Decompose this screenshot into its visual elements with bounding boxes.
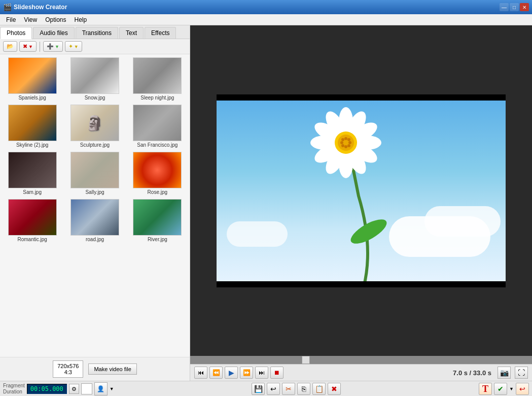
current-time: 7.0 s	[453, 369, 468, 377]
add-button[interactable]: ➕ ▼	[43, 41, 63, 52]
photo-label: San Francisco.jpg	[137, 142, 178, 148]
tab-photos[interactable]: Photos	[0, 27, 32, 39]
minimize-button[interactable]: —	[500, 3, 509, 11]
list-item[interactable]: Rose.jpg	[128, 152, 187, 195]
list-item[interactable]: road.jpg	[65, 199, 124, 242]
menu-options[interactable]: Options	[41, 15, 70, 24]
delete-icon: ✖	[23, 43, 27, 50]
list-item[interactable]: River.jpg	[128, 199, 187, 242]
stop-button[interactable]: ⏹	[270, 367, 283, 379]
play-button[interactable]: ▶	[225, 367, 238, 379]
copy-button[interactable]: ⎘	[297, 383, 310, 395]
photo-label: Skyline (2).jpg	[16, 142, 48, 148]
svg-rect-24	[217, 281, 506, 287]
photo-thumbnail	[70, 199, 119, 236]
photo-thumbnail	[133, 199, 182, 236]
svg-point-22	[347, 144, 350, 147]
list-item[interactable]: Sam.jpg	[3, 152, 61, 195]
reject-button[interactable]: ↩	[516, 383, 529, 395]
effects-icon: ✦	[68, 43, 73, 50]
photo-thumbnail	[8, 199, 57, 236]
maximize-button[interactable]: □	[510, 3, 519, 11]
folder-open-icon: 📂	[7, 43, 14, 50]
fragment-adjust-button[interactable]: ⚙	[69, 384, 79, 394]
tab-effects[interactable]: Effects	[145, 27, 176, 39]
undo-button[interactable]: ↩	[267, 383, 280, 395]
list-item[interactable]: San Francisco.jpg	[128, 105, 187, 148]
screenshot-button[interactable]: 📷	[498, 367, 511, 379]
photo-label: Sleep night.jpg	[140, 95, 174, 101]
skip-to-start-button[interactable]: ⏮	[194, 367, 207, 379]
delete-dropdown-icon: ▼	[28, 44, 33, 49]
fragment-checkbox[interactable]	[81, 383, 92, 394]
photo-thumbnail	[8, 152, 57, 188]
photo-thumbnail	[133, 105, 182, 141]
photo-label: River.jpg	[148, 237, 167, 242]
make-video-button[interactable]: Make video file	[88, 364, 136, 375]
playback-controls: ⏮ ⏪ ▶ ⏩ ⏭ ⏹ 7.0 s / 33.0 s 📷 ⛶	[190, 364, 532, 381]
total-time: 33.0 s	[473, 369, 491, 377]
resolution-text: 720x576	[57, 363, 79, 369]
time-separator: /	[470, 369, 473, 377]
person-icon-button[interactable]: 👤	[94, 382, 108, 395]
step-back-button[interactable]: ⏪	[209, 367, 223, 379]
photo-thumbnail	[133, 57, 182, 94]
photo-label: road.jpg	[86, 237, 104, 242]
list-item[interactable]: Spaniels.jpg	[3, 57, 61, 101]
tab-transitions[interactable]: Transitions	[76, 27, 118, 39]
menu-view[interactable]: View	[20, 15, 41, 24]
fragment-duration-label: FragmentDuration	[3, 383, 25, 395]
cut-button[interactable]: ✂	[282, 383, 295, 395]
photo-grid: Spaniels.jpg Snow.jpg Sleep night.jpg Sk…	[0, 54, 190, 357]
delete-button[interactable]: ✖ ▼	[19, 41, 37, 52]
svg-point-15	[341, 138, 344, 141]
scrubber-bar[interactable]	[190, 356, 532, 364]
open-button[interactable]: 📂	[3, 41, 17, 52]
photo-thumbnail	[8, 57, 57, 94]
effects-dropdown-icon: ▼	[74, 44, 79, 49]
menu-file[interactable]: File	[2, 15, 20, 24]
paste-button[interactable]: 📋	[312, 383, 326, 395]
svg-point-20	[341, 144, 344, 147]
effects-button[interactable]: ✦ ▼	[65, 41, 82, 52]
fullscreen-button[interactable]: ⛶	[515, 367, 528, 379]
tabs-bar: Photos Audio files Transitions Text Effe…	[0, 25, 190, 39]
photo-label: Sally.jpg	[85, 189, 104, 195]
fragment-dropdown[interactable]: ▼	[110, 386, 114, 391]
left-bottom-toolbar: 720x576 4:3 Make video file	[0, 357, 190, 381]
photo-thumbnail	[70, 57, 119, 94]
menubar: File View Options Help	[0, 14, 532, 25]
tab-audio-files[interactable]: Audio files	[33, 27, 74, 39]
clear-button[interactable]: ✖	[328, 383, 341, 395]
photo-thumbnail	[70, 152, 119, 188]
right-panel: ⏮ ⏪ ▶ ⏩ ⏭ ⏹ 7.0 s / 33.0 s 📷 ⛶	[190, 25, 532, 381]
svg-point-19	[348, 141, 351, 144]
left-panel: Photos Audio files Transitions Text Effe…	[0, 25, 190, 381]
left-toolbar: 📂 ✖ ▼ ➕ ▼ ✦ ▼	[0, 39, 190, 54]
photo-label: Rose.jpg	[148, 189, 167, 195]
tab-text[interactable]: Text	[119, 27, 144, 39]
list-item[interactable]: Sleep night.jpg	[128, 57, 187, 101]
svg-rect-23	[217, 94, 506, 101]
close-button[interactable]: ✕	[520, 3, 529, 11]
photo-label: Romantic.jpg	[17, 237, 47, 242]
resolution-display: 720x576 4:3	[53, 360, 83, 378]
list-item[interactable]: 🗿 Sculpture.jpg	[65, 105, 124, 148]
add-dropdown-icon: ▼	[55, 44, 59, 49]
time-display: 7.0 s / 33.0 s	[453, 369, 491, 377]
list-item[interactable]: Romantic.jpg	[3, 199, 61, 242]
scrubber-thumb[interactable]	[302, 356, 310, 364]
list-item[interactable]: Skyline (2).jpg	[3, 105, 61, 148]
menu-help[interactable]: Help	[70, 15, 91, 24]
add-icon: ➕	[47, 43, 54, 50]
svg-point-17	[347, 138, 350, 141]
skip-to-end-button[interactable]: ⏭	[255, 367, 268, 379]
step-forward-button[interactable]: ⏩	[240, 367, 253, 379]
list-item[interactable]: Sally.jpg	[65, 152, 124, 195]
daisy-svg	[217, 94, 506, 287]
text-overlay-button[interactable]: T	[479, 383, 492, 395]
list-item[interactable]: Snow.jpg	[65, 57, 124, 101]
confirm-dropdown[interactable]: ▼	[509, 386, 514, 391]
save-button[interactable]: 💾	[252, 383, 265, 395]
confirm-button[interactable]: ✔	[494, 383, 507, 395]
